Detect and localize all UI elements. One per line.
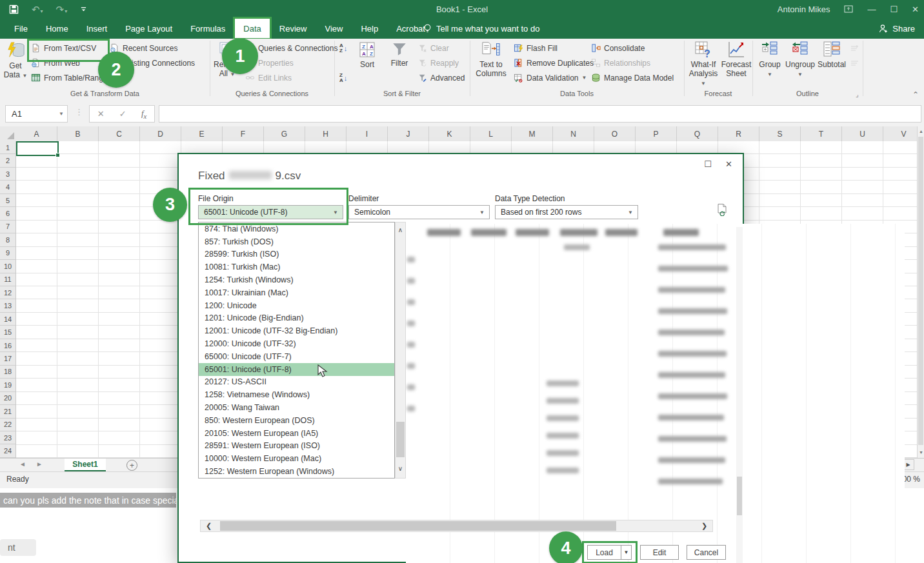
column-header[interactable]: S	[759, 126, 801, 141]
encoding-option[interactable]: 20127: US-ASCII	[199, 376, 394, 389]
name-box-dropdown-icon[interactable]: ▼	[55, 105, 68, 123]
column-header[interactable]: H	[305, 126, 346, 141]
from-table-range-button[interactable]: From Table/Range	[31, 71, 108, 84]
column-header[interactable]: R	[718, 126, 759, 141]
queries-connections-button[interactable]: Queries & Connections	[245, 41, 337, 55]
encoding-scroll-up-icon[interactable]: ∧	[396, 226, 405, 233]
filter-button[interactable]: Filter	[386, 41, 413, 68]
ribbon-tab[interactable]: File	[5, 18, 37, 39]
ribbon-tab[interactable]: View	[316, 18, 352, 39]
encoding-option[interactable]: 65000: Unicode (UTF-7)	[199, 350, 394, 363]
row-header[interactable]: 17	[0, 352, 15, 365]
column-header[interactable]: P	[636, 126, 677, 141]
encoding-option[interactable]: 10017: Ukrainian (Mac)	[199, 286, 394, 299]
from-web-button[interactable]: From Web	[31, 56, 80, 70]
edit-button[interactable]: Edit	[640, 545, 679, 560]
ribbon-tab[interactable]: Insert	[77, 18, 117, 39]
encoding-scroll-down-icon[interactable]: ∨	[396, 465, 405, 472]
encoding-option[interactable]: 20105: Western European (IA5)	[199, 427, 394, 440]
user-name[interactable]: Antonin Mikes	[778, 5, 830, 14]
encoding-option[interactable]: 12001: Unicode (UTF-32 Big-Endian)	[199, 324, 394, 337]
encoding-option[interactable]: 10000: Western European (Mac)	[199, 452, 394, 465]
row-header[interactable]: 11	[0, 273, 15, 286]
encoding-option[interactable]: 1201: Unicode (Big-Endian)	[199, 312, 394, 325]
collapse-ribbon-icon[interactable]: ⌃	[912, 90, 919, 99]
data-validation-button[interactable]: Data Validation ▼	[514, 71, 587, 84]
sheet-nav-right-icon[interactable]: ►	[36, 460, 43, 468]
close-button[interactable]: ✕	[912, 5, 919, 14]
ribbon-display-options-icon[interactable]	[844, 5, 853, 13]
column-header[interactable]: E	[181, 126, 223, 141]
column-header[interactable]: D	[140, 126, 181, 141]
preview-hscroll-right-icon[interactable]: ❯	[701, 522, 707, 530]
row-header[interactable]: 7	[0, 221, 15, 233]
text-to-columns-button[interactable]: Text to Columns	[472, 41, 510, 79]
load-button[interactable]: Load	[587, 545, 621, 560]
column-header[interactable]: I	[346, 126, 388, 141]
row-header[interactable]: 15	[0, 326, 15, 339]
ribbon-tab[interactable]: Review	[270, 18, 316, 39]
select-all-corner[interactable]	[0, 126, 17, 142]
row-header[interactable]: 10	[0, 260, 15, 273]
row-header[interactable]: 8	[0, 233, 15, 246]
column-header[interactable]: G	[264, 126, 305, 141]
encoding-option[interactable]: 12000: Unicode (UTF-32)	[199, 337, 394, 350]
subtotal-button[interactable]: Subtotal	[817, 41, 847, 70]
sheet-tab[interactable]: Sheet1	[65, 459, 106, 471]
row-header[interactable]: 2	[0, 154, 15, 167]
outline-dialog-launcher-icon[interactable]: ⌟	[856, 91, 859, 98]
row-header[interactable]: 19	[0, 379, 15, 391]
forecast-sheet-button[interactable]: Forecast Sheet	[721, 41, 751, 79]
column-header[interactable]: Q	[677, 126, 718, 141]
column-header[interactable]: T	[801, 126, 842, 141]
column-header[interactable]: B	[57, 126, 99, 141]
formula-input[interactable]	[159, 105, 921, 123]
encoding-option[interactable]: 1254: Turkish (Windows)	[199, 273, 394, 286]
encoding-option[interactable]: 857: Turkish (DOS)	[199, 235, 394, 248]
minimize-button[interactable]: —	[867, 5, 876, 14]
encoding-option[interactable]: 1200: Unicode	[199, 299, 394, 312]
column-header[interactable]: C	[99, 126, 140, 141]
column-header[interactable]: N	[553, 126, 594, 141]
data-type-detection-select[interactable]: Based on first 200 rows▼	[495, 205, 638, 219]
sheet-nav-left-icon[interactable]: ◄	[19, 460, 26, 468]
consolidate-button[interactable]: Consolidate	[591, 41, 645, 55]
maximize-button[interactable]: ☐	[890, 5, 898, 14]
row-header[interactable]: 3	[0, 168, 15, 181]
row-header[interactable]: 21	[0, 405, 15, 418]
dialog-maximize-icon[interactable]: ☐	[704, 159, 712, 169]
row-header[interactable]: 13	[0, 299, 15, 312]
preview-horizontal-scroll-thumb[interactable]	[220, 521, 616, 531]
column-header[interactable]: M	[512, 126, 553, 141]
share-button[interactable]: Share	[878, 18, 915, 39]
remove-duplicates-button[interactable]: Remove Duplicates	[514, 56, 594, 70]
row-header[interactable]: 12	[0, 286, 15, 299]
from-text-csv-button[interactable]: From Text/CSV	[31, 41, 96, 55]
tell-me-box[interactable]: Tell me what you want to do	[414, 18, 548, 39]
formula-bar-grip[interactable]: ⋮	[75, 107, 83, 117]
encoding-option[interactable]: 1258: Vietnamese (Windows)	[199, 388, 394, 401]
dialog-close-icon[interactable]: ✕	[725, 159, 732, 169]
delimiter-select[interactable]: Semicolon▼	[348, 205, 490, 219]
ribbon-tab[interactable]: Data	[234, 18, 270, 39]
insert-function-icon[interactable]: fx	[141, 108, 146, 120]
ungroup-button[interactable]: Ungroup▼	[785, 41, 816, 79]
load-split-dropdown-icon[interactable]: ▼	[621, 545, 632, 560]
column-header[interactable]: K	[429, 126, 470, 141]
fill-handle[interactable]	[55, 153, 60, 157]
active-cell-a1[interactable]	[16, 141, 59, 156]
row-header[interactable]: 9	[0, 247, 15, 260]
preview-hscroll-left-icon[interactable]: ❮	[206, 522, 212, 530]
column-header[interactable]: V	[883, 126, 917, 141]
column-header[interactable]: L	[470, 126, 512, 141]
row-header[interactable]: 18	[0, 366, 15, 379]
sort-ascending-button[interactable]: AZ↓	[339, 41, 347, 55]
ribbon-tab[interactable]: Formulas	[181, 18, 234, 39]
cancel-button[interactable]: Cancel	[687, 545, 726, 560]
ribbon-tab[interactable]: Help	[352, 18, 387, 39]
encoding-option[interactable]: 1252: Western European (Windows)	[199, 465, 394, 478]
scroll-up-icon[interactable]: ▲	[919, 129, 923, 133]
name-box[interactable]: A1	[5, 105, 63, 123]
encoding-option[interactable]: 28591: Western European (ISO)	[199, 440, 394, 453]
sort-descending-button[interactable]: ZA↓	[339, 71, 347, 84]
